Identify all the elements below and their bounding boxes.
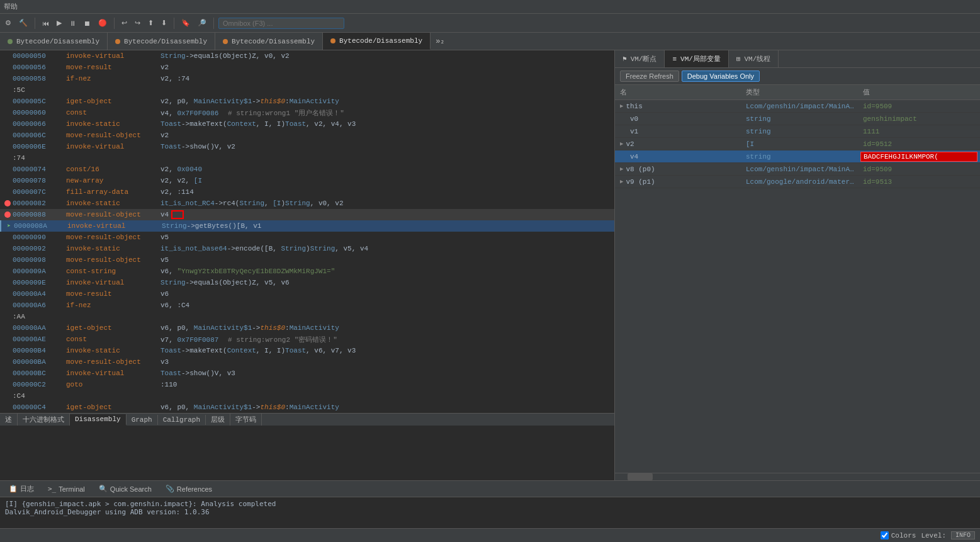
op-0058: if-nez: [66, 75, 161, 82]
right-tab-breakpoints[interactable]: ⚑ VM/断点: [615, 50, 665, 67]
freeze-refresh-button[interactable]: Freeze Refresh: [620, 71, 679, 82]
var-header-type: 类型: [743, 86, 860, 98]
var-value-v0: genshinimpact: [860, 115, 977, 123]
code-subtab-graph[interactable]: Graph: [127, 415, 158, 425]
toolbar-btn-settings[interactable]: ⚙: [3, 18, 14, 28]
toolbar-btn-record[interactable]: 🔴: [96, 18, 110, 28]
code-line-0056: 00000056 move-result v2: [0, 62, 614, 73]
tab-bytecode-4[interactable]: Bytecode/Disassembly: [323, 33, 431, 50]
addr-009e: 0000009E: [13, 279, 66, 286]
log-tab-label: 日志: [20, 484, 34, 494]
op-00c2: goto: [66, 381, 161, 388]
bottom-tab-log[interactable]: 📋 日志: [3, 483, 40, 495]
var-type-v1: string: [743, 127, 860, 136]
expand-v9[interactable]: ▶: [620, 178, 623, 185]
bp-area-0082[interactable]: [3, 200, 13, 206]
code-line-0082: 00000082 invoke-static it_is_not_RC4->rc…: [0, 198, 614, 209]
debug-variables-only-button[interactable]: Debug Variables Only: [682, 71, 760, 82]
code-panel[interactable]: 00000050 invoke-virtual String->equals(O…: [0, 50, 615, 480]
code-line-0074: 00000074 const/16 v2, 0x0040: [0, 164, 614, 175]
toolbar-separator-2: [114, 18, 115, 29]
code-subtab-述[interactable]: 述: [0, 414, 18, 426]
right-tab-locals[interactable]: ≡ VM/局部变量: [665, 50, 728, 67]
var-type-v8: Lcom/genshin/impact/MainActivity$1;: [743, 165, 860, 174]
toolbar-btn-pause[interactable]: ⏸: [67, 18, 79, 28]
code-line-0098: 00000098 move-result-object v5: [0, 254, 614, 266]
code-line-009e: 0000009E invoke-virtual String->equals(O…: [0, 277, 614, 288]
right-tab-threads[interactable]: ⊞ VM/线程: [729, 50, 779, 67]
right-tabs: ⚑ VM/断点 ≡ VM/局部变量 ⊞ VM/线程: [615, 50, 980, 68]
code-line-74-label: :74: [0, 152, 614, 164]
ops-00a4: v6: [161, 290, 169, 298]
toolbar-btn-step-down[interactable]: ⬇: [159, 18, 169, 28]
bottom-tab-terminal[interactable]: >_ Terminal: [42, 483, 91, 494]
op-0082: invoke-static: [66, 200, 161, 207]
content-area: 00000050 invoke-virtual String->equals(O…: [0, 50, 980, 480]
menu-help[interactable]: 帮助: [4, 2, 18, 11]
code-line-00a4: 000000A4 move-result v6: [0, 288, 614, 300]
op-0056: move-result: [66, 64, 161, 71]
toolbar-btn-step-over[interactable]: ↪: [132, 18, 143, 28]
toolbar-btn-search[interactable]: 🔎: [195, 18, 209, 28]
var-value-v9: id=9513: [860, 178, 977, 186]
code-line-008a: ➤ 0000008A invoke-virtual String->getByt…: [0, 220, 614, 232]
omnibox-input[interactable]: [218, 18, 344, 29]
bottom-tab-references[interactable]: 📎 References: [159, 483, 218, 494]
tab-bytecode-1[interactable]: Bytecode/Disassembly: [0, 33, 108, 50]
addr-00aa: 000000AA: [13, 324, 66, 332]
expand-v2[interactable]: ▶: [620, 140, 623, 147]
var-row-v8[interactable]: ▶ v8 (p0) Lcom/genshin/impact/MainActivi…: [615, 163, 980, 176]
ops-00a6: v6, :C4: [161, 302, 189, 309]
code-subtab-callgraph[interactable]: Callgraph: [158, 415, 206, 425]
tab-bytecode-3[interactable]: Bytecode/Disassembly: [215, 33, 323, 50]
toolbar-btn-step-into[interactable]: ↩: [119, 18, 130, 28]
op-0078: new-array: [66, 177, 161, 184]
menu-bar: 帮助: [0, 0, 980, 14]
var-row-this[interactable]: ▶ this Lcom/genshin/impact/MainActivity$…: [615, 100, 980, 113]
colors-checkbox[interactable]: [881, 531, 889, 539]
addr-009a: 0000009A: [13, 268, 66, 275]
addr-007c: 0000007C: [13, 188, 66, 196]
var-row-v2[interactable]: ▶ v2 [I id=9512: [615, 138, 980, 150]
tab-label-4: Bytecode/Disassembly: [339, 37, 422, 45]
toolbar-btn-run[interactable]: ▶: [54, 18, 64, 28]
toolbar-btn-step-back[interactable]: ⏮: [40, 18, 52, 28]
toolbar-btn-step-out[interactable]: ⬆: [145, 18, 156, 28]
code-subtab-hex[interactable]: 十六进制格式: [18, 414, 70, 426]
code-subtab-bytecode[interactable]: 字节码: [230, 414, 262, 426]
var-row-v9[interactable]: ▶ v9 (p1) Lcom/google/android/material/b…: [615, 176, 980, 188]
toolbar-btn-stop[interactable]: ⏹: [81, 18, 93, 28]
var-scroll[interactable]: [615, 473, 980, 480]
var-scrollbar-thumb[interactable]: [628, 473, 653, 480]
expand-this[interactable]: ▶: [620, 103, 623, 110]
code-subtab-hierarchy[interactable]: 层级: [206, 414, 230, 426]
ops-00b4: Toast->makeText(Context, I, I)Toast, v6,…: [161, 347, 356, 354]
level-dropdown[interactable]: INFO: [951, 531, 975, 539]
bp-area-008a[interactable]: ➤: [4, 222, 14, 230]
op-00ba: move-result-object: [66, 358, 161, 366]
code-subtab-disasm[interactable]: Disassembly: [70, 414, 127, 426]
var-value-v1: 1111: [860, 127, 977, 136]
threads-tab-label: VM/线程: [744, 54, 770, 64]
addr-0060: 00000060: [13, 109, 66, 116]
addr-00ae: 000000AE: [13, 336, 66, 343]
status-bar: Colors Level: INFO: [0, 528, 980, 542]
toolbar-btn-build[interactable]: 🔨: [16, 18, 30, 28]
colors-checkbox-container: Colors: [881, 531, 916, 539]
var-row-v1[interactable]: v1 string 1111: [615, 125, 980, 138]
addr-00ba: 000000BA: [13, 358, 66, 366]
tab-more[interactable]: »₂: [431, 33, 449, 50]
var-row-v0[interactable]: v0 string genshinimpact: [615, 113, 980, 125]
bottom-tab-quick-search[interactable]: 🔍 Quick Search: [93, 483, 158, 494]
var-value-v8: id=9509: [860, 165, 977, 174]
toolbar-btn-bookmark[interactable]: 🔖: [179, 18, 193, 28]
bp-area-0088[interactable]: [3, 212, 13, 218]
op-00aa: iget-object: [66, 324, 161, 332]
code-line-00ae: 000000AE const v7, 0x7F0F0087 # string:w…: [0, 334, 614, 345]
terminal-tab-label: Terminal: [59, 485, 85, 493]
op-0060: const: [66, 109, 161, 116]
tab-bytecode-2[interactable]: Bytecode/Disassembly: [108, 33, 215, 50]
expand-v8[interactable]: ▶: [620, 166, 623, 172]
code-line-00c2: 000000C2 goto :110: [0, 379, 614, 390]
var-row-v4[interactable]: v4 string BADCFEHGJILKNMPOR(: [615, 150, 980, 163]
